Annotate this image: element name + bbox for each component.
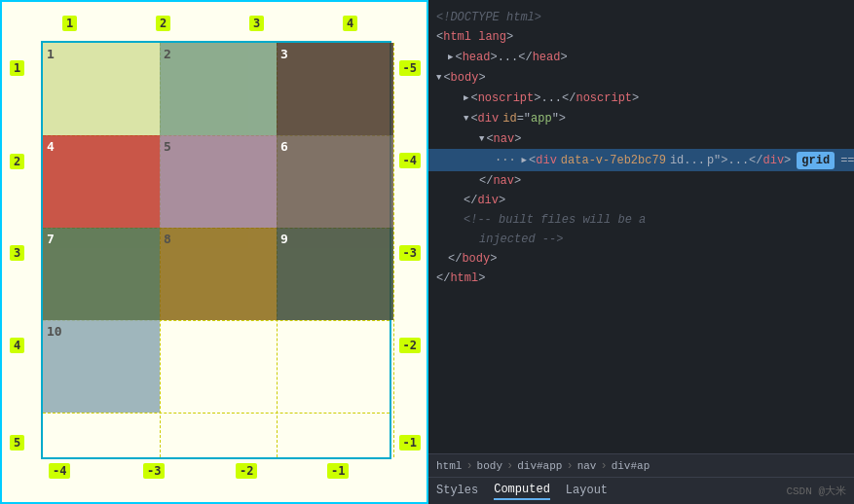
grid-visualization: 1 2 3 4 1 2 3 4 5 -4 -3 -2 -1 -5 -4 -3 -… (0, 0, 428, 504)
expand-nav-arrow[interactable] (479, 129, 484, 148)
neg-row-label-5: -5 (399, 60, 421, 76)
breadcrumb-div-app[interactable]: div#app (517, 460, 562, 472)
col-label-3: 3 (249, 16, 264, 31)
grid-item-9: 9 (277, 228, 393, 320)
code-line-comment-injected: injected --> (428, 230, 854, 249)
neg-row-label-4: -4 (399, 153, 421, 168)
row-label-3: 3 (10, 245, 24, 261)
breadcrumb-body[interactable]: body (477, 460, 502, 472)
expand-noscript-arrow[interactable] (464, 89, 468, 107)
expand-body-arrow[interactable] (436, 68, 441, 87)
tab-layout[interactable]: Layout (566, 484, 608, 499)
col-label-4: 4 (343, 16, 357, 31)
code-line-nav[interactable]: <nav> (428, 128, 854, 149)
code-line-close-nav[interactable]: </nav> (428, 171, 854, 191)
col-label-2: 2 (156, 16, 170, 31)
breadcrumb-nav[interactable]: nav (577, 460, 597, 472)
grid-badge: grid (797, 152, 835, 169)
neg-col-label-2: -2 (236, 463, 257, 479)
code-line-doctype: <!DOCTYPE html> (428, 8, 854, 27)
code-line-close-html[interactable]: </html> (428, 269, 854, 288)
grid-item-4: 4 (43, 135, 160, 228)
col-line-4 (393, 43, 394, 457)
code-line-grid-div[interactable]: ··· <div data-v-7eb2bc79 id ... p">...</… (428, 149, 854, 171)
code-line-div-app[interactable]: <div id="app" > (428, 108, 854, 128)
grid-item-10: 10 (43, 320, 160, 413)
expand-grid-arrow[interactable] (522, 151, 527, 169)
grid-item-8: 8 (160, 228, 277, 320)
tab-computed[interactable]: Computed (494, 483, 550, 500)
breadcrumb: html › body › div#app › nav › div#ap (428, 453, 854, 477)
code-area[interactable]: <!DOCTYPE html> <html lang> <head>...</h… (428, 0, 854, 453)
breadcrumb-html[interactable]: html (436, 460, 462, 472)
breadcrumb-div-ap[interactable]: div#ap (612, 460, 650, 472)
row-label-1: 1 (10, 60, 24, 76)
expand-div-app-arrow[interactable] (464, 109, 468, 127)
code-line-body[interactable]: <body> (428, 67, 854, 88)
row-label-4: 4 (10, 338, 24, 353)
expand-head-arrow[interactable] (448, 48, 453, 66)
neg-row-label-3: -3 (399, 245, 421, 261)
col-label-1: 1 (62, 16, 77, 31)
neg-col-label-3: -3 (143, 463, 165, 479)
grid-item-5: 5 (160, 135, 277, 228)
grid-area: 1 2 3 4 5 6 7 8 9 (41, 41, 391, 459)
code-line-noscript[interactable]: <noscript>...</noscript> (428, 88, 854, 108)
code-line-html[interactable]: <html lang> (428, 27, 854, 47)
row-label-2: 2 (10, 154, 24, 169)
neg-row-label-1: -1 (399, 435, 421, 450)
bottom-tabs: Styles Computed Layout CSDN @大米 (428, 477, 854, 504)
neg-col-label-4: -4 (49, 463, 70, 479)
row-label-5: 5 (10, 435, 24, 450)
code-line-head[interactable]: <head>...</head> (428, 47, 854, 67)
grid-item-6: 6 (277, 135, 393, 228)
grid-item-1: 1 (43, 43, 160, 135)
code-line-close-div[interactable]: </div> (428, 191, 854, 210)
row-line-5 (43, 413, 390, 414)
grid-item-3: 3 (277, 43, 393, 135)
neg-row-label-2: -2 (399, 338, 421, 353)
code-line-comment-built: <!-- built files will be a (428, 210, 854, 230)
grid-item-7: 7 (43, 228, 160, 320)
code-line-close-body[interactable]: </body> (428, 249, 854, 269)
devtools-panel: <!DOCTYPE html> <html lang> <head>...</h… (428, 0, 854, 504)
tab-styles[interactable]: Styles (436, 484, 478, 499)
csdn-label: CSDN @大米 (786, 484, 846, 498)
neg-col-label-1: -1 (327, 463, 349, 479)
grid-item-2: 2 (160, 43, 277, 135)
